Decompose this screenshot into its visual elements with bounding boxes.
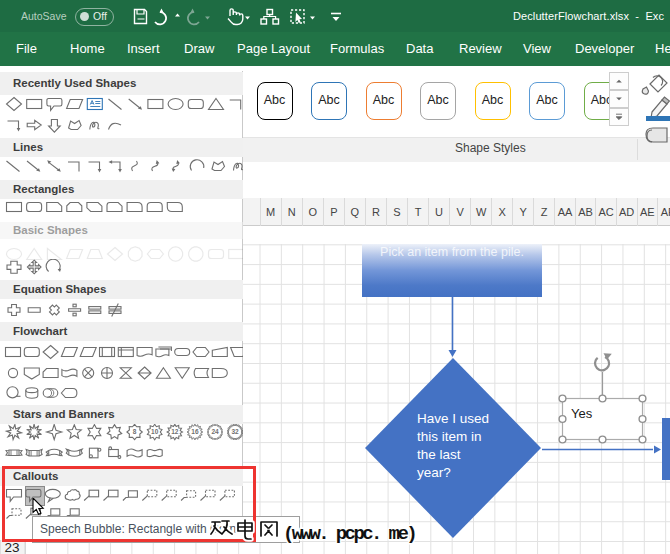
svg-text:year?: year? [417,465,451,480]
svg-text:the last: the last [417,447,461,462]
svg-text:23: 23 [5,540,20,554]
svg-text:Yes: Yes [571,406,593,421]
svg-text:12: 12 [171,428,179,435]
svg-text:32: 32 [231,428,239,435]
svg-text:Pick an item from the pile.: Pick an item from the pile. [380,245,524,259]
svg-text:24: 24 [211,428,219,435]
svg-text:this item in: this item in [417,429,482,444]
svg-text:Have I used: Have I used [417,411,489,426]
svg-text:10: 10 [151,428,159,435]
svg-text:8: 8 [133,428,137,435]
svg-text:(www. pcpc. me): (www. pcpc. me) [283,523,415,545]
svg-text:16: 16 [191,428,199,435]
